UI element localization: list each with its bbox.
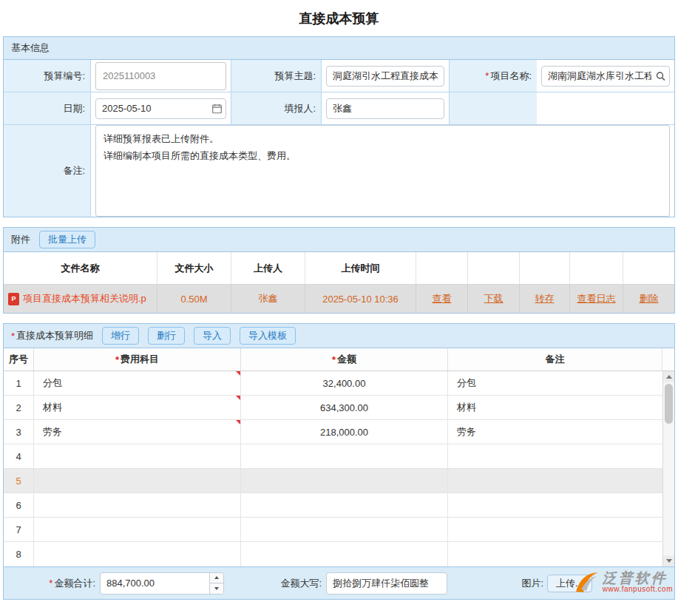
detail-title: * 直接成本预算明细 [11,329,93,342]
row-index: 5 [4,469,34,493]
total-amount-input[interactable] [100,572,224,595]
subject-cell[interactable] [34,469,241,493]
detail-header: * 直接成本预算明细 增行 删行 导入 导入模板 [4,324,674,348]
row-index: 7 [4,518,34,541]
attachment-action-cell: 下载 [468,285,520,313]
total-label: *金额合计: [4,577,95,590]
table-row: 4 [4,444,662,469]
calendar-icon[interactable] [212,104,222,113]
amount-cell[interactable] [241,542,448,566]
delete-link[interactable]: 删除 [640,292,659,305]
amount-stepper [209,573,223,594]
row-index: 6 [4,493,34,517]
add-row-button[interactable]: 增行 [102,327,139,345]
remark-cell[interactable] [448,518,662,541]
subject-cell[interactable] [34,518,241,541]
remark-cell[interactable]: 分包 [448,371,662,395]
total-amount-field [100,572,224,595]
filler-cell [322,92,450,125]
row-index: 8 [4,542,34,566]
remark-cell[interactable] [448,493,662,517]
stepper-up-icon[interactable] [210,573,223,584]
attachments-title: 附件 [11,233,30,246]
row-index: 3 [4,420,34,444]
view-link[interactable]: 查看 [433,292,452,305]
import-button[interactable]: 导入 [194,327,231,345]
budget-no-cell: 2025110003 [91,60,231,92]
remark-label: 备注: [4,125,91,217]
row-index: 4 [4,444,34,468]
detail-section: * 直接成本预算明细 增行 删行 导入 导入模板 序号 *费用科目 *金额 备注… [3,323,675,600]
amount-cell[interactable]: 634,300.00 [241,396,448,419]
detail-footer: *金额合计: 金额大写: 图片: 上传... 泛普软件 www.fanpusof… [4,566,674,599]
attachments-section: 附件 批量上传 文件名称 文件大小 上传人 上传时间 项目直接成本预算相关说明.… [3,227,675,314]
batch-upload-button[interactable]: 批量上传 [39,231,95,248]
date-input[interactable] [95,98,226,119]
image-label: 图片: [447,577,543,590]
table-row: 3 劳务 218,000.00 劳务 [4,420,662,444]
view-log-link[interactable]: 查看日志 [577,292,616,305]
detail-table-header: 序号 *费用科目 *金额 备注 [4,348,674,371]
amount-cell[interactable] [241,493,448,517]
amount-cell[interactable] [241,444,448,468]
vertical-scrollbar[interactable] [662,371,674,566]
project-name-label: *项目名称: [450,60,537,92]
attachment-file-link[interactable]: 项目直接成本预算相关说明.p [4,285,157,313]
filler-input[interactable] [326,98,444,119]
amount-cell[interactable]: 32,400.00 [241,371,448,395]
date-label: 日期: [4,92,91,125]
subject-cell[interactable] [34,542,241,566]
remark-cell[interactable] [448,444,662,468]
budget-subject-cell [322,60,450,92]
empty-label-cell [450,92,537,125]
amount-cell[interactable] [241,518,448,541]
pdf-file-icon [8,293,19,305]
subject-cell[interactable]: 劳务 [34,420,241,444]
stepper-down-icon[interactable] [210,583,223,594]
uppercase-amount-input[interactable] [326,572,447,595]
col-action-2 [468,252,520,285]
attachment-action-cell: 查看日志 [570,285,623,313]
remark-textarea[interactable]: 详细预算报表已上传附件。 详细编制本项目所需的直接成本类型、费用。 [95,125,670,217]
save-as-link[interactable]: 转存 [535,292,555,305]
col-scrollbar-spacer [662,348,674,370]
attachment-upload-time: 2025-05-10 10:36 [305,285,416,313]
scrollbar-track[interactable] [663,382,674,555]
uppercase-label: 金额大写: [224,577,322,590]
amount-cell[interactable] [241,469,448,493]
remark-cell[interactable]: 劳务 [448,420,662,444]
basic-info-grid: 预算编号: 2025110003 预算主题: *项目名称: 日期: [4,60,674,217]
scrollbar-thumb[interactable] [665,384,673,424]
budget-subject-input[interactable] [326,66,444,87]
remark-cell[interactable] [448,469,662,493]
download-link[interactable]: 下载 [484,292,504,305]
attachments-header: 附件 批量上传 [4,228,674,252]
col-action-3 [520,252,570,285]
attachment-file-size: 0.50M [157,285,231,313]
basic-info-title: 基本信息 [11,41,50,55]
search-icon[interactable] [656,71,665,81]
remark-cell[interactable] [448,542,662,566]
row-index: 1 [4,371,34,395]
delete-row-button[interactable]: 删行 [148,327,185,345]
attachment-action-cell: 删除 [623,285,674,313]
table-row: 7 [4,518,662,542]
table-row: 8 [4,542,662,566]
col-upload-time: 上传时间 [305,252,416,285]
scroll-down-icon[interactable] [663,555,674,566]
table-row-selected: 5 [4,469,662,493]
subject-cell[interactable]: 材料 [34,396,241,419]
subject-cell[interactable] [34,493,241,517]
col-action-1 [416,252,468,285]
import-template-button[interactable]: 导入模板 [240,327,296,345]
remark-cell[interactable]: 材料 [448,396,662,419]
subject-cell[interactable] [34,444,241,468]
attachment-action-cell: 查看 [416,285,468,313]
project-name-input[interactable] [541,66,670,87]
image-upload-button[interactable]: 上传... [547,575,592,592]
amount-cell[interactable]: 218,000.00 [241,420,448,444]
remark-cell: 详细预算报表已上传附件。 详细编制本项目所需的直接成本类型、费用。 [91,125,674,217]
col-subject: *费用科目 [34,348,241,370]
scroll-up-icon[interactable] [663,371,674,382]
subject-cell[interactable]: 分包 [34,371,241,395]
